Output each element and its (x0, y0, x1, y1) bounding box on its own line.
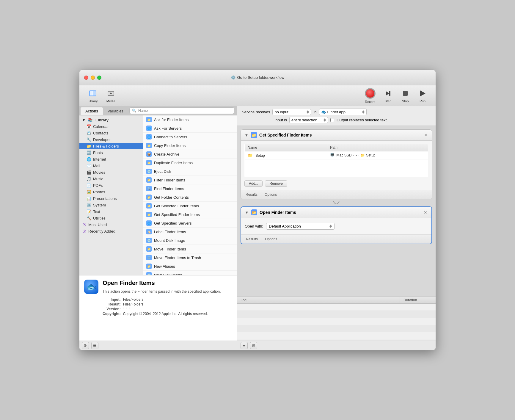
duration-col-header: Duration (400, 297, 436, 303)
search-input[interactable] (138, 109, 232, 113)
action-item-ask-servers[interactable]: 🌐 Ask For Servers (143, 124, 237, 133)
library-button[interactable]: Library (84, 87, 101, 105)
action-item-create-archive[interactable]: 📦 Create Archive (143, 150, 237, 159)
sidebar-item-internet[interactable]: 🌐 Internet (79, 156, 143, 162)
sidebar-item-fonts[interactable]: 🔤 Fonts (79, 149, 143, 156)
action-icon: 💿 (146, 272, 152, 275)
main-content: Actions Variables 🔍 ▾ 📚 Libra (79, 106, 436, 350)
get-specified-close-button[interactable]: ✕ (423, 133, 428, 137)
sidebar-item-library[interactable]: ▾ 📚 Library (79, 117, 143, 123)
close-button[interactable] (84, 76, 88, 80)
action-item-label-finder[interactable]: 🏷️ Label Finder Items (143, 228, 237, 236)
media-button[interactable]: Media (103, 87, 119, 105)
sidebar-item-developer[interactable]: 🔧 Developer (79, 136, 143, 143)
sidebar-item-calendar[interactable]: 📅 Calendar (79, 123, 143, 130)
minimize-button[interactable] (91, 76, 95, 80)
action-icon: 💿 (146, 169, 152, 174)
arrow-down-icon (307, 112, 309, 114)
add-action-button[interactable]: ☰ (91, 342, 98, 349)
action-item-move-finder[interactable]: 📁 Move Finder Items (143, 245, 237, 253)
add-icon: ☰ (93, 343, 97, 348)
input-label: Input: (103, 297, 123, 302)
stop-button[interactable]: Stop (397, 87, 414, 105)
remove-button[interactable]: Remove (265, 180, 287, 187)
arrow-up-icon (362, 110, 365, 112)
action-item-filter-finder[interactable]: 📁 Filter Finder Items (143, 176, 237, 184)
sidebar-item-text[interactable]: 📝 Text (79, 208, 143, 215)
sidebar-item-movies[interactable]: 🎬 Movies (79, 169, 143, 175)
sidebar-item-recently-added[interactable]: ⦿ Recently Added (79, 228, 143, 234)
action-item-get-selected[interactable]: 📁 Get Selected Finder Items (143, 202, 237, 210)
sidebar-item-pdfs[interactable]: 📄 PDFs (79, 182, 143, 189)
stop-icon (401, 89, 410, 98)
settings-gear-button[interactable]: ⚙ (82, 342, 89, 349)
result-value: Files/Folders (123, 302, 208, 307)
search-wrap: 🔍 (129, 107, 234, 114)
tab-actions[interactable]: Actions (81, 107, 103, 115)
action-item-get-specified[interactable]: 📁 Get Specified Finder Items (143, 210, 237, 219)
sidebar-item-photos[interactable]: 🖼️ Photos (79, 189, 143, 195)
action-item-get-servers[interactable]: 🌐 Get Specified Servers (143, 219, 237, 228)
open-finder-footer: Results Options (241, 234, 431, 244)
action-item-find-finder[interactable]: 🔍 Find Finder Items (143, 184, 237, 193)
log-area: Log Duration ≡ ⊟ (237, 297, 436, 350)
collapse-button[interactable]: ▼ (244, 133, 249, 137)
col-path-header: Path (327, 144, 428, 151)
action-item-duplicate-finder[interactable]: 📁 Duplicate Finder Items (143, 159, 237, 167)
open-finder-title: Open Finder Items (260, 210, 421, 215)
options-tab[interactable]: Options (264, 236, 278, 242)
results-tab[interactable]: Results (245, 236, 259, 242)
sidebar-item-mail[interactable]: ✉️ Mail (79, 162, 143, 169)
collapse-button[interactable]: ▼ (245, 210, 249, 214)
log-split-view-button[interactable]: ⊟ (250, 342, 257, 349)
action-item-get-folder-contents[interactable]: 📁 Get Folder Contents (143, 193, 237, 202)
sidebar-item-music[interactable]: 🎵 Music (79, 175, 143, 182)
svg-rect-6 (389, 91, 390, 96)
run-button[interactable]: Run (414, 87, 431, 105)
action-icon: 📦 (146, 151, 152, 157)
input-is-row: Input is entire selection Output replace… (242, 117, 431, 123)
tab-bar: Actions Variables 🔍 (79, 106, 237, 115)
add-button[interactable]: Add... (244, 180, 263, 187)
step-button[interactable]: Step (380, 87, 396, 105)
action-item-copy-finder[interactable]: 📁 Copy Finder Items (143, 141, 237, 150)
sidebar-item-files-folders[interactable]: 📁 Files & Folders (79, 143, 143, 149)
finder-app-icon: 🐟 (321, 109, 326, 114)
options-tab[interactable]: Options (263, 192, 278, 197)
record-button[interactable]: Record (361, 86, 379, 105)
tab-variables[interactable]: Variables (103, 107, 128, 115)
sidebar-item-system[interactable]: ⚙️ System (79, 202, 143, 208)
info-title: Open Finder Items (103, 280, 221, 286)
action-item-ask-finder[interactable]: 📁 Ask for Finder Items (143, 115, 237, 124)
service-in-select[interactable]: 🐟 Finder.app (319, 109, 367, 115)
folder-icon: 📁 (360, 153, 365, 157)
chevron-icon: › (353, 154, 354, 157)
finder-items-table: Name Path 📁 Setup (244, 144, 428, 177)
service-in-value: Finder.app (327, 110, 346, 114)
sidebar-item-contacts[interactable]: 📇 Contacts (79, 130, 143, 136)
action-item-move-trash[interactable]: 🗑️ Move Finder Items to Trash (143, 253, 237, 262)
info-content: Open Finder Items This action opens the … (103, 280, 221, 336)
output-replaces-checkbox[interactable] (330, 118, 334, 122)
results-tab[interactable]: Results (244, 192, 259, 197)
open-with-select[interactable]: Default Application (266, 223, 335, 230)
log-list-view-button[interactable]: ≡ (241, 342, 248, 349)
left-panel: Actions Variables 🔍 ▾ 📚 Libra (79, 106, 237, 350)
action-item-new-disk-image[interactable]: 💿 New Disk Image (143, 271, 237, 275)
gear-icon: ⚙ (84, 343, 87, 348)
sidebar-item-presentations[interactable]: 📊 Presentations (79, 195, 143, 202)
service-header: Service receives no input in 🐟 Finder.ap… (237, 106, 436, 126)
action-item-eject-disk[interactable]: 💿 Eject Disk (143, 167, 237, 176)
workflow-area: ▼ 📁 Get Specified Finder Items ✕ Name (237, 126, 436, 297)
action-item-mount-disk[interactable]: 💿 Mount Disk Image (143, 236, 237, 245)
item-path-cell: 🖥️ iMac SSD › ~ › 📁 Setup (327, 151, 428, 159)
sidebar-item-most-used[interactable]: ⦿ Most Used (79, 221, 143, 228)
action-item-new-aliases[interactable]: 📁 New Aliases (143, 262, 237, 271)
action-item-connect-servers[interactable]: 🌐 Connect to Servers (143, 133, 237, 141)
input-is-select[interactable]: entire selection (289, 117, 328, 123)
open-finder-close-button[interactable]: ✕ (423, 210, 428, 215)
sidebar-item-utilities[interactable]: 🔨 Utilities (79, 215, 143, 221)
version-value: 1.1.1 (123, 307, 208, 311)
service-receives-select[interactable]: no input (272, 109, 311, 115)
maximize-button[interactable] (97, 76, 101, 80)
